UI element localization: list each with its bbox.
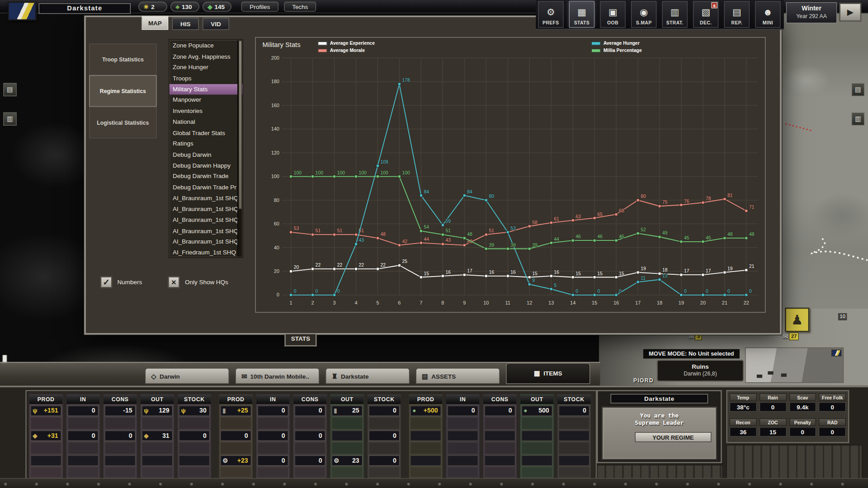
resource-cell[interactable]: 0	[257, 406, 288, 416]
report-item[interactable]: AI_Braunraum_1st SHQ	[170, 225, 243, 236]
view-tab-map[interactable]: MAP	[142, 16, 168, 30]
report-item[interactable]: Ratings	[170, 138, 243, 149]
report-item[interactable]: Troops	[170, 73, 243, 84]
report-item[interactable]: Debug Darwin Happy	[170, 160, 243, 171]
resource-cell[interactable]: ψ129	[142, 406, 173, 416]
resource-cell-empty[interactable]	[179, 455, 210, 466]
side-panel-toggle-button[interactable]: ▤	[3, 83, 16, 96]
resource-cell[interactable]: 0	[220, 431, 251, 441]
resource-cell[interactable]: 0	[369, 431, 400, 441]
report-item[interactable]: Zone Populace	[170, 40, 243, 51]
report-item[interactable]: Zone Hunger	[170, 62, 243, 73]
resource-sun[interactable]: ☀2	[138, 2, 167, 12]
resource-cell-empty[interactable]	[104, 455, 136, 466]
side-layers-button[interactable]: ▥	[3, 113, 16, 126]
report-item[interactable]: AI_Braunraum_1st SHQ	[170, 215, 243, 225]
resource-cell[interactable]: ●+500	[410, 406, 441, 416]
report-item[interactable]: Inventories	[170, 106, 243, 117]
resource-cell[interactable]: ▮25	[331, 406, 363, 416]
view-tab-his[interactable]: HIS	[172, 18, 199, 30]
resource-cell[interactable]: 0	[447, 406, 478, 416]
bottom-tab-10th-darwin-mobile[interactable]: ✉10th Darwin Mobile..	[235, 368, 319, 384]
resource-cell[interactable]: ◆31	[142, 431, 173, 441]
side-panel-toggle-button[interactable]: ▤	[851, 83, 864, 96]
resource-cell[interactable]: ⚙23	[331, 455, 363, 466]
resource-cell[interactable]: ⚙+23	[220, 455, 251, 466]
report-item[interactable]: Manpower	[170, 95, 243, 106]
resource-cell[interactable]: 0	[484, 406, 515, 416]
resource-cell-empty[interactable]	[447, 431, 478, 441]
report-item[interactable]: Debug Darwin	[170, 149, 243, 160]
resource-cell[interactable]: 0	[257, 455, 288, 466]
resource-cell-empty[interactable]	[559, 455, 590, 466]
resource-cell[interactable]: 0	[67, 431, 99, 441]
report-list-scrollbar[interactable]	[237, 40, 242, 257]
topbar-prefs-button[interactable]: ⚙PREFS	[538, 1, 563, 28]
resource-cell[interactable]: 0	[369, 406, 400, 416]
stats-window-tab[interactable]: STATS	[284, 334, 316, 347]
resource-cell-empty[interactable]	[484, 431, 515, 441]
report-item[interactable]: Global Trader Stats	[170, 127, 243, 138]
view-tab-vid[interactable]: VID	[203, 18, 229, 30]
report-item[interactable]: AI_Braunraum_1st SHQ	[170, 204, 243, 215]
topbar-strat-button[interactable]: ▥STRAT.	[662, 1, 687, 28]
report-item[interactable]: AI_Braunraum_1st SHQ	[170, 236, 243, 247]
profiles-button[interactable]: Profiles	[241, 2, 278, 12]
resource-cell-empty[interactable]	[521, 431, 552, 441]
resource-leaf[interactable]: ♣130	[170, 2, 199, 12]
category-logistical-statistics[interactable]: Logistical Statistics	[89, 107, 156, 138]
topbar-oob-button[interactable]: ▣OOB	[600, 1, 625, 28]
resource-credits[interactable]: ◈145	[203, 2, 231, 12]
minimap[interactable]	[745, 347, 844, 383]
resource-cell[interactable]: ▮+25	[220, 406, 251, 416]
topbar-mini-button[interactable]: ☻MINI	[755, 1, 780, 28]
unit-counter[interactable]: ♟	[785, 308, 809, 332]
resource-cell-empty[interactable]	[331, 431, 363, 441]
report-item[interactable]: Debug Darwin Trade	[170, 171, 243, 182]
resource-cell[interactable]: ψ30	[179, 406, 210, 416]
resource-cell[interactable]: 0	[179, 431, 210, 441]
resource-cell[interactable]: -15	[104, 406, 136, 416]
resource-cell-empty[interactable]	[142, 455, 173, 466]
techs-button[interactable]: Techs	[284, 2, 316, 12]
only-show-hqs-checkbox[interactable]: ×Only Show HQs	[168, 276, 228, 288]
resource-cell[interactable]: 0	[257, 431, 288, 441]
topbar-s-map-button[interactable]: ◉S.MAP	[631, 1, 656, 28]
resource-cell[interactable]: 0	[294, 455, 326, 466]
your-regime-button[interactable]: YOUR REGIME	[635, 432, 711, 442]
report-item[interactable]: AI_Braunraum_1st SHQ	[170, 193, 243, 204]
bottom-tab-darwin[interactable]: ◇Darwin	[145, 368, 229, 384]
report-item[interactable]: Military Stats	[170, 84, 243, 95]
resource-cell-empty[interactable]	[559, 431, 590, 441]
bottom-tab-items[interactable]: ▦ITEMS	[506, 363, 590, 384]
message-chip[interactable]: ✉ 27	[783, 333, 799, 340]
topbar-stats-button[interactable]: ▦STATS	[569, 1, 594, 28]
resource-cell[interactable]: 0	[559, 406, 590, 416]
report-item[interactable]: Zone Avg. Happiness	[170, 51, 243, 62]
regime-flag[interactable]	[8, 2, 37, 21]
scrollbar-thumb[interactable]	[239, 40, 242, 209]
report-item[interactable]: AI_Friedraum_1st SHQ	[170, 247, 243, 258]
report-item[interactable]: Debug Darwin Trade Pr	[170, 182, 243, 193]
resource-cell[interactable]: ψ+151	[30, 406, 61, 416]
resource-cell-empty[interactable]	[484, 455, 515, 466]
resource-cell-empty[interactable]	[67, 455, 99, 466]
regime-name-plate[interactable]: Darkstate	[39, 3, 131, 14]
resource-cell[interactable]: 0	[294, 431, 326, 441]
resource-cell[interactable]: 0	[369, 455, 400, 466]
resource-cell[interactable]: ●500	[521, 406, 552, 416]
category-troop-statistics[interactable]: Troop Statistics	[89, 44, 156, 75]
resource-cell[interactable]: 0	[104, 431, 136, 441]
resource-cell[interactable]: 0	[294, 406, 326, 416]
map-terrain-right[interactable]	[781, 13, 868, 351]
resource-cell[interactable]: ◆+31	[30, 431, 61, 441]
resource-cell-empty[interactable]	[521, 455, 552, 466]
resource-cell-empty[interactable]	[30, 455, 61, 466]
location-panel[interactable]: Ruins Darwin (26,8)	[656, 360, 744, 382]
bottom-tab-darkstate[interactable]: ♜Darkstate	[326, 368, 410, 384]
numbers-checkbox[interactable]: ✓Numbers	[100, 276, 142, 288]
resource-cell-empty[interactable]	[410, 455, 441, 466]
resource-cell-empty[interactable]	[447, 455, 478, 466]
topbar-dec-button[interactable]: ▧6DEC.	[693, 1, 718, 28]
resource-cell[interactable]: 0	[67, 406, 99, 416]
